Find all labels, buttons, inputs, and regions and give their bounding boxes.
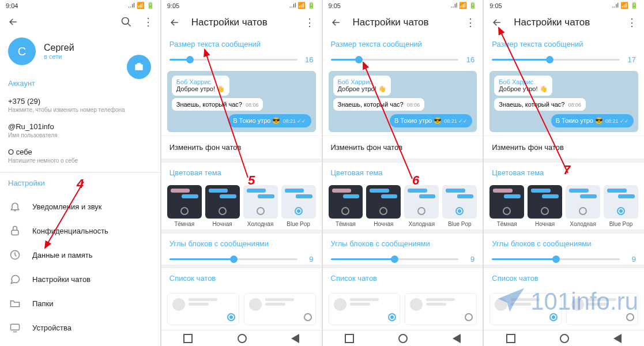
- statusbar: 9:05..ıl 📶 🔋: [161, 0, 322, 11]
- sb-time: 9:05: [167, 2, 179, 9]
- nav-recents[interactable]: [506, 334, 515, 343]
- bio-row[interactable]: О себе Напишите немного о себе: [8, 143, 152, 168]
- username-row[interactable]: @Ru_101info Имя пользователя: [8, 118, 152, 143]
- chatlist-option[interactable]: [405, 293, 477, 325]
- msg-in: Знаешь, который час?08:06: [333, 98, 425, 111]
- back-icon[interactable]: [491, 16, 503, 29]
- nav-home[interactable]: [238, 334, 247, 343]
- sb-time: 9:04: [6, 2, 18, 9]
- screen-chat-settings: 9:05..ıl 📶 🔋 Настройки чатов ⋮ Размер те…: [161, 0, 322, 346]
- theme-option[interactable]: Холодная: [243, 185, 278, 227]
- text-size-label: Размер текста сообщений: [331, 40, 475, 48]
- statusbar: 9:05..ıl 📶 🔋: [484, 0, 644, 11]
- svg-point-1: [137, 66, 141, 70]
- theme-option[interactable]: Ночная: [366, 185, 401, 227]
- theme-option[interactable]: Blue Pop: [442, 185, 477, 227]
- phone-row[interactable]: +375 (29) Нажмите, чтобы изменить номер …: [8, 92, 152, 118]
- theme-label: Ночная: [366, 221, 401, 227]
- radio-icon: [227, 313, 235, 321]
- menu-data[interactable]: Данные и память: [0, 243, 160, 267]
- more-icon[interactable]: ⋮: [627, 16, 637, 29]
- corners-slider[interactable]: [331, 258, 459, 260]
- screen-chat-settings: 9:05..ıl 📶 🔋 Настройки чатов ⋮ Размер те…: [484, 0, 644, 346]
- change-bg-row[interactable]: Изменить фон чатов: [484, 136, 644, 159]
- change-bg-row[interactable]: Изменить фон чатов: [323, 136, 483, 159]
- theme-option[interactable]: Blue Pop: [281, 185, 316, 227]
- corners-slider[interactable]: [170, 258, 297, 260]
- change-bg-row[interactable]: Изменить фон чатов: [161, 136, 322, 159]
- menu-label: Устройства: [32, 324, 71, 332]
- nav-back[interactable]: [453, 334, 461, 343]
- nav-home[interactable]: [560, 334, 569, 343]
- more-icon[interactable]: ⋮: [143, 16, 153, 28]
- nav-back[interactable]: [291, 334, 299, 343]
- search-icon[interactable]: [120, 16, 133, 28]
- radio-icon: [549, 313, 558, 321]
- nav-recents[interactable]: [183, 334, 193, 343]
- corners-slider-row: 9: [161, 254, 322, 265]
- chatlist-option[interactable]: [167, 293, 239, 325]
- chatlist-option[interactable]: [329, 293, 401, 325]
- account-section: Аккаунт +375 (29) Нажмите, чтобы изменит…: [0, 73, 160, 172]
- theme-label: Ночная: [528, 221, 562, 227]
- theme-option[interactable]: Тёмная: [329, 185, 363, 227]
- back-icon[interactable]: [330, 16, 342, 29]
- theme-option[interactable]: Ночная: [528, 185, 562, 227]
- msg-out: В Токио утро 😎08:21 ✓✓: [228, 114, 311, 127]
- menu-language[interactable]: Язык: [0, 340, 160, 346]
- text-size-slider-row: 17: [484, 54, 644, 65]
- chat-icon: [9, 273, 21, 285]
- text-size-value: 16: [464, 55, 474, 64]
- svg-rect-4: [11, 324, 20, 330]
- back-icon[interactable]: [168, 16, 181, 29]
- lock-icon: [9, 225, 21, 236]
- camera-button[interactable]: [127, 55, 151, 79]
- theme-picker: ТёмнаяНочнаяХолоднаяBlue Pop: [161, 183, 322, 230]
- nav-back[interactable]: [613, 334, 622, 343]
- nav-home[interactable]: [398, 334, 408, 343]
- text-size-slider-row: 16: [161, 54, 322, 65]
- msg-in: Знаешь, который час?08:06: [494, 98, 586, 111]
- corners-title: Углы блоков с сообщениями: [170, 239, 314, 248]
- corners-slider-row: 9: [323, 254, 483, 265]
- text-size-slider[interactable]: [492, 59, 620, 61]
- theme-option[interactable]: Холодная: [566, 185, 600, 227]
- more-icon[interactable]: ⋮: [465, 16, 476, 29]
- chatlist-option[interactable]: [566, 293, 638, 325]
- text-size-label: Размер текста сообщений: [492, 40, 636, 48]
- menu-notifications[interactable]: Уведомления и звук: [0, 194, 160, 219]
- text-size-slider[interactable]: [170, 59, 297, 61]
- phone-value: +375 (29): [8, 97, 152, 106]
- page-title: Настройки чатов: [514, 17, 616, 28]
- android-navbar: [161, 330, 322, 346]
- bio-value: О себе: [8, 148, 152, 156]
- text-size-slider[interactable]: [331, 59, 459, 61]
- svg-point-0: [122, 18, 129, 25]
- radio-icon: [304, 313, 312, 321]
- avatar[interactable]: С: [8, 37, 36, 65]
- corners-slider[interactable]: [492, 258, 620, 260]
- divider: [323, 159, 483, 163]
- theme-title: Цветовая тема: [492, 168, 636, 177]
- theme-option[interactable]: Холодная: [404, 185, 439, 227]
- menu-privacy[interactable]: Конфиденциальность: [0, 219, 160, 243]
- menu-devices[interactable]: Устройства: [0, 315, 160, 340]
- more-icon[interactable]: ⋮: [304, 16, 315, 29]
- theme-option[interactable]: Ночная: [205, 185, 240, 227]
- divider: [484, 265, 644, 269]
- corners-title: Углы блоков с сообщениями: [331, 239, 475, 248]
- menu-chat-settings[interactable]: Настройки чатов: [0, 267, 160, 291]
- theme-label: Холодная: [243, 221, 278, 227]
- chat-preview: Боб ХаррисДоброе утро! 👋 Знаешь, который…: [167, 71, 316, 132]
- chatlist-option[interactable]: [489, 293, 562, 325]
- chatlist-option[interactable]: [244, 293, 316, 325]
- menu-folders[interactable]: Папки: [0, 291, 160, 315]
- theme-option[interactable]: Тёмная: [167, 185, 202, 227]
- msg-out: В Токио утро 😎08:21 ✓✓: [551, 114, 634, 127]
- back-icon[interactable]: [7, 16, 20, 28]
- corners-slider-row: 9: [484, 254, 644, 265]
- radio-icon: [626, 313, 634, 321]
- nav-recents[interactable]: [345, 334, 354, 343]
- theme-option[interactable]: Blue Pop: [604, 185, 638, 227]
- theme-option[interactable]: Тёмная: [489, 185, 524, 227]
